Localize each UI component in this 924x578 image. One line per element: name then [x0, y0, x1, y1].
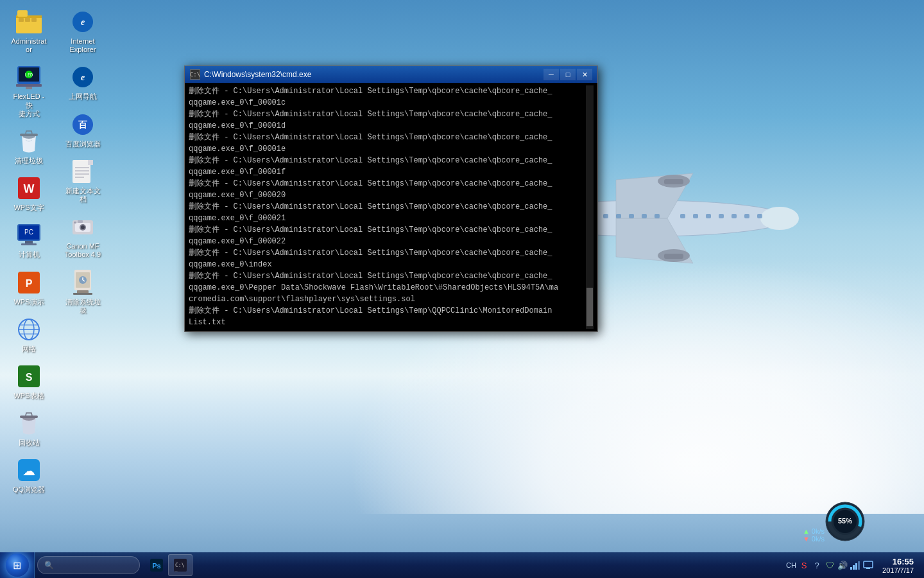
cmd-close-button[interactable]: ✕ — [577, 69, 592, 80]
desktop-icon-baidu[interactable]: 百 百度浏览器 — [60, 109, 105, 151]
tray-network-icon[interactable] — [850, 560, 860, 570]
svg-rect-19 — [706, 214, 711, 218]
svg-rect-81 — [73, 293, 92, 295]
cmd-title-icon: C:\ — [190, 69, 200, 80]
recycle-icon — [16, 410, 42, 436]
desktop-icon-flexled[interactable]: LED FlexLED - 快捷方式 — [6, 62, 51, 121]
network-label: 网络 — [22, 345, 36, 353]
tray-input-icon[interactable]: CH — [786, 560, 796, 570]
desktop-icon-network[interactable]: 网络 — [6, 314, 51, 356]
cmd-output: 删除文件 - C:\Users\Administrator\Local Sett… — [189, 85, 586, 329]
tray-volume-icon[interactable]: 🔊 — [837, 560, 848, 570]
recycle-label: 回收站 — [19, 439, 40, 447]
desktop-icon-canon[interactable]: Canon MFToolbox 4.9 — [60, 211, 105, 261]
taskbar: 🔍 Ps C:\ _ — [0, 552, 924, 578]
svg-text:Ps: Ps — [152, 562, 160, 570]
desktop-icon-ie[interactable]: e InternetExplorer — [60, 6, 105, 57]
svg-text:e: e — [81, 73, 85, 82]
desktop-icon-wps-word[interactable]: W WPS文字 — [6, 173, 51, 215]
clean-system-icon — [70, 270, 96, 295]
tray-security-icon[interactable]: S — [799, 560, 809, 570]
svg-rect-18 — [693, 214, 698, 218]
cmd-titlebar: C:\ C:\Windows\system32\cmd.exe ─ □ ✕ — [185, 66, 597, 83]
taskbar-item-photoshop[interactable]: Ps — [145, 554, 168, 576]
svg-text:55%: 55% — [838, 517, 852, 525]
cmd-content: 删除文件 - C:\Users\Administrator\Local Sett… — [185, 83, 597, 331]
start-button[interactable] — [0, 552, 35, 578]
desktop-icon-ie-guide[interactable]: e 上网导航 — [60, 62, 105, 103]
desktop-icon-new-text[interactable]: 新建文本文档 — [60, 156, 105, 206]
wps-word-label: WPS文字 — [13, 204, 44, 212]
ie-icon: e — [70, 9, 96, 35]
cmd-maximize-button[interactable]: □ — [560, 69, 576, 80]
clean-label: 清理垃圾 — [15, 157, 43, 165]
svg-rect-96 — [864, 561, 873, 568]
cmd-window[interactable]: C:\ C:\Windows\system32\cmd.exe ─ □ ✕ 删除… — [184, 66, 598, 332]
wps-ppt-icon: P — [16, 270, 42, 295]
search-icon: 🔍 — [44, 561, 54, 570]
cmd-taskbar-icon: C:\ _ — [174, 559, 187, 572]
svg-rect-13 — [616, 214, 621, 218]
taskbar-items: Ps C:\ _ — [142, 552, 781, 578]
network-up: ▲ 0k/s — [803, 527, 825, 535]
svg-rect-94 — [855, 563, 857, 570]
svg-rect-62 — [73, 160, 90, 183]
desktop-icon-clean[interactable]: 清理垃圾 — [6, 126, 51, 168]
computer-label: 计算机 — [19, 250, 40, 259]
svg-rect-28 — [25, 18, 30, 22]
svg-rect-7 — [664, 254, 683, 259]
svg-rect-53 — [20, 416, 38, 418]
desktop-icon-wps-excel[interactable]: S WPS表格 — [6, 361, 51, 403]
svg-point-72 — [81, 225, 85, 229]
cmd-minimize-button[interactable]: ─ — [543, 69, 559, 80]
clock[interactable]: 16:55 2017/7/17 — [877, 557, 919, 574]
desktop-icon-clean-system[interactable]: 清除系统垃圾 — [60, 267, 105, 317]
wps-word-icon: W — [16, 175, 42, 201]
start-orb — [6, 554, 29, 577]
svg-rect-33 — [26, 87, 32, 89]
cmd-scrollbar[interactable] — [586, 85, 594, 329]
svg-rect-20 — [719, 214, 724, 218]
desktop-icon-administrator[interactable]: Administrat or — [6, 6, 51, 57]
wps-ppt-label: WPS演示 — [13, 298, 44, 306]
taskbar-item-cmd[interactable]: C:\ _ — [168, 554, 193, 576]
cmd-scrollbar-thumb[interactable] — [586, 288, 593, 326]
administrator-icon — [16, 9, 42, 35]
taskbar-search[interactable]: 🔍 — [37, 556, 140, 574]
svg-rect-27 — [19, 18, 24, 22]
svg-text:S: S — [26, 372, 33, 383]
svg-rect-74 — [74, 222, 76, 223]
desktop-icon-computer[interactable]: PC 计算机 — [6, 220, 51, 261]
svg-rect-42 — [21, 243, 37, 245]
canon-label: Canon MFToolbox 4.9 — [65, 242, 101, 259]
tray-display-icon[interactable] — [863, 560, 873, 570]
svg-rect-73 — [78, 220, 83, 223]
desktop-icon-qq-browser[interactable]: ☁ QQ浏览器 — [6, 455, 51, 496]
svg-rect-14 — [629, 214, 634, 218]
upload-speed: 0k/s — [812, 527, 825, 535]
desktop: Administrat or LED FlexLED - 快捷方式 — [0, 0, 924, 578]
down-arrow: ▼ — [803, 535, 810, 543]
desktop-icon-recycle[interactable]: 回收站 — [6, 408, 51, 450]
wps-excel-label: WPS表格 — [13, 392, 44, 400]
svg-text:W: W — [24, 182, 35, 195]
svg-rect-16 — [654, 214, 660, 218]
network-speed-widget: ▲ 0k/s ▼ 0k/s — [803, 527, 825, 543]
up-arrow: ▲ — [803, 527, 810, 535]
new-text-label: 新建文本文档 — [65, 187, 101, 204]
tray-shield-icon[interactable]: 🛡 — [825, 560, 835, 570]
svg-rect-21 — [732, 214, 737, 218]
desktop-icon-wps-ppt[interactable]: P WPS演示 — [6, 267, 51, 309]
svg-rect-23 — [757, 214, 762, 218]
ie-guide-icon: e — [70, 64, 96, 90]
svg-rect-93 — [853, 565, 855, 570]
canon-icon — [70, 214, 96, 240]
tray-icons-group: CH S ? 🛡 🔊 — [786, 560, 873, 570]
clock-time: 16:55 — [882, 557, 914, 566]
ie-guide-label: 上网导航 — [69, 92, 97, 101]
svg-text:P: P — [26, 278, 33, 289]
flexled-icon: LED — [16, 64, 42, 90]
svg-rect-97 — [866, 568, 870, 569]
tray-help-icon[interactable]: ? — [812, 560, 822, 570]
svg-text:☁: ☁ — [22, 464, 35, 478]
